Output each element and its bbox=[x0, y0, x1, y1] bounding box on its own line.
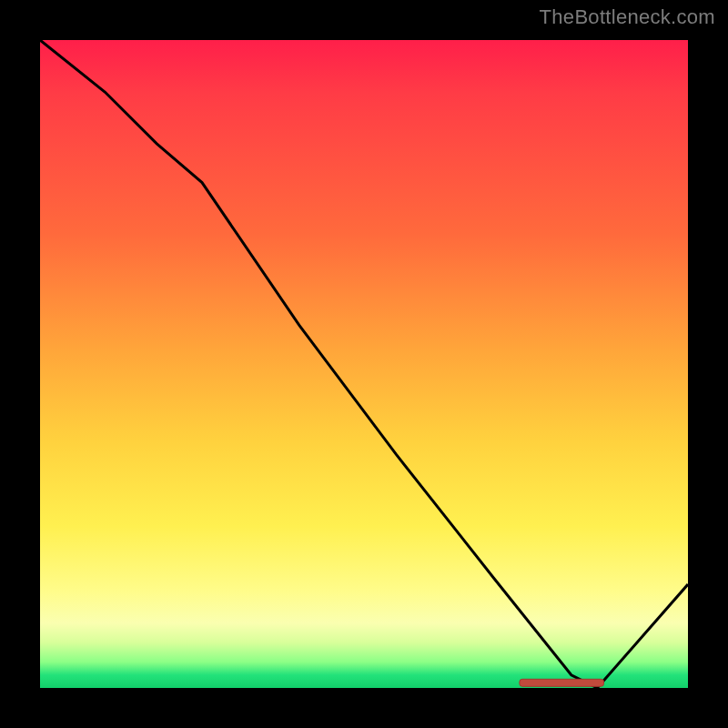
chart-stage: TheBottleneck.com bbox=[0, 0, 728, 728]
attribution-text: TheBottleneck.com bbox=[540, 5, 715, 29]
plot-background-gradient bbox=[40, 40, 688, 688]
